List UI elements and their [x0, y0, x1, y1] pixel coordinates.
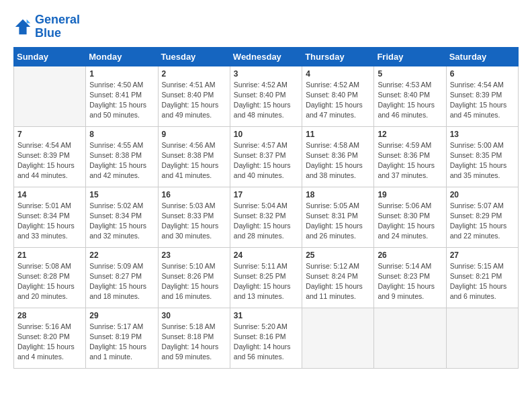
- calendar-cell: 23Sunrise: 5:10 AM Sunset: 8:26 PM Dayli…: [158, 247, 230, 308]
- day-info: Sunrise: 4:53 AM Sunset: 8:40 PM Dayligh…: [378, 80, 442, 121]
- logo-icon: [13, 17, 32, 36]
- day-info: Sunrise: 4:51 AM Sunset: 8:40 PM Dayligh…: [162, 80, 226, 121]
- day-info: Sunrise: 4:55 AM Sunset: 8:38 PM Dayligh…: [89, 140, 154, 181]
- day-info: Sunrise: 4:59 AM Sunset: 8:36 PM Dayligh…: [378, 140, 442, 181]
- calendar-cell: 26Sunrise: 5:14 AM Sunset: 8:23 PM Dayli…: [374, 247, 446, 308]
- calendar-cell: 4Sunrise: 4:52 AM Sunset: 8:40 PM Daylig…: [302, 66, 374, 126]
- day-number: 29: [89, 311, 154, 320]
- day-info: Sunrise: 5:20 AM Sunset: 8:16 PM Dayligh…: [234, 322, 298, 363]
- calendar-cell: [374, 308, 446, 368]
- day-number: 3: [234, 69, 298, 79]
- day-info: Sunrise: 5:15 AM Sunset: 8:21 PM Dayligh…: [450, 261, 515, 302]
- day-number: 18: [306, 190, 370, 199]
- day-info: Sunrise: 5:14 AM Sunset: 8:23 PM Dayligh…: [378, 261, 442, 302]
- logo: General Blue: [13, 13, 80, 40]
- calendar-cell: 19Sunrise: 5:06 AM Sunset: 8:30 PM Dayli…: [374, 187, 446, 247]
- calendar-cell: [14, 66, 86, 126]
- day-number: 24: [234, 250, 298, 260]
- calendar-cell: 18Sunrise: 5:05 AM Sunset: 8:31 PM Dayli…: [302, 187, 374, 247]
- day-number: 15: [89, 190, 154, 199]
- day-info: Sunrise: 5:06 AM Sunset: 8:30 PM Dayligh…: [378, 201, 442, 242]
- day-number: 1: [89, 69, 154, 79]
- day-info: Sunrise: 5:18 AM Sunset: 8:18 PM Dayligh…: [162, 322, 226, 363]
- day-info: Sunrise: 4:57 AM Sunset: 8:37 PM Dayligh…: [234, 140, 298, 181]
- day-info: Sunrise: 5:03 AM Sunset: 8:33 PM Dayligh…: [162, 201, 226, 242]
- calendar-cell: 10Sunrise: 4:57 AM Sunset: 8:37 PM Dayli…: [230, 126, 302, 187]
- day-number: 4: [306, 69, 370, 79]
- calendar-cell: 7Sunrise: 4:54 AM Sunset: 8:39 PM Daylig…: [14, 126, 86, 187]
- day-info: Sunrise: 5:16 AM Sunset: 8:20 PM Dayligh…: [17, 322, 82, 363]
- calendar-cell: 5Sunrise: 4:53 AM Sunset: 8:40 PM Daylig…: [374, 66, 446, 126]
- day-info: Sunrise: 4:58 AM Sunset: 8:36 PM Dayligh…: [306, 140, 370, 181]
- day-header-tuesday: Tuesday: [158, 47, 230, 66]
- day-header-wednesday: Wednesday: [230, 47, 302, 66]
- calendar-cell: 16Sunrise: 5:03 AM Sunset: 8:33 PM Dayli…: [158, 187, 230, 247]
- page-header: General Blue: [13, 13, 519, 40]
- day-header-thursday: Thursday: [302, 47, 374, 66]
- calendar-cell: 14Sunrise: 5:01 AM Sunset: 8:34 PM Dayli…: [14, 187, 86, 247]
- day-info: Sunrise: 5:00 AM Sunset: 8:35 PM Dayligh…: [450, 140, 515, 181]
- day-info: Sunrise: 5:07 AM Sunset: 8:29 PM Dayligh…: [450, 201, 515, 242]
- calendar-cell: 15Sunrise: 5:02 AM Sunset: 8:34 PM Dayli…: [86, 187, 158, 247]
- calendar-cell: 20Sunrise: 5:07 AM Sunset: 8:29 PM Dayli…: [446, 187, 518, 247]
- day-info: Sunrise: 4:50 AM Sunset: 8:41 PM Dayligh…: [89, 80, 154, 121]
- day-info: Sunrise: 5:10 AM Sunset: 8:26 PM Dayligh…: [162, 261, 226, 302]
- day-info: Sunrise: 4:56 AM Sunset: 8:38 PM Dayligh…: [162, 140, 226, 181]
- day-number: 8: [89, 130, 154, 139]
- day-header-saturday: Saturday: [446, 47, 518, 66]
- day-number: 6: [450, 69, 515, 79]
- day-info: Sunrise: 4:52 AM Sunset: 8:40 PM Dayligh…: [306, 80, 370, 121]
- calendar-cell: 22Sunrise: 5:09 AM Sunset: 8:27 PM Dayli…: [86, 247, 158, 308]
- day-number: 2: [162, 69, 226, 79]
- calendar-cell: 31Sunrise: 5:20 AM Sunset: 8:16 PM Dayli…: [230, 308, 302, 368]
- day-number: 25: [306, 250, 370, 260]
- day-info: Sunrise: 4:54 AM Sunset: 8:39 PM Dayligh…: [17, 140, 82, 181]
- day-number: 16: [162, 190, 226, 199]
- day-number: 26: [378, 250, 442, 260]
- day-number: 22: [89, 250, 154, 260]
- calendar-cell: 6Sunrise: 4:54 AM Sunset: 8:39 PM Daylig…: [446, 66, 518, 126]
- calendar-cell: 11Sunrise: 4:58 AM Sunset: 8:36 PM Dayli…: [302, 126, 374, 187]
- day-info: Sunrise: 5:08 AM Sunset: 8:28 PM Dayligh…: [17, 261, 82, 302]
- calendar-cell: 25Sunrise: 5:12 AM Sunset: 8:24 PM Dayli…: [302, 247, 374, 308]
- calendar-cell: 2Sunrise: 4:51 AM Sunset: 8:40 PM Daylig…: [158, 66, 230, 126]
- day-header-friday: Friday: [374, 47, 446, 66]
- day-info: Sunrise: 5:02 AM Sunset: 8:34 PM Dayligh…: [89, 201, 154, 242]
- calendar-cell: 3Sunrise: 4:52 AM Sunset: 8:40 PM Daylig…: [230, 66, 302, 126]
- day-info: Sunrise: 4:54 AM Sunset: 8:39 PM Dayligh…: [450, 80, 515, 121]
- day-info: Sunrise: 4:52 AM Sunset: 8:40 PM Dayligh…: [234, 80, 298, 121]
- calendar-table: SundayMondayTuesdayWednesdayThursdayFrid…: [13, 47, 519, 369]
- calendar-cell: 27Sunrise: 5:15 AM Sunset: 8:21 PM Dayli…: [446, 247, 518, 308]
- calendar-cell: 12Sunrise: 4:59 AM Sunset: 8:36 PM Dayli…: [374, 126, 446, 187]
- day-info: Sunrise: 5:11 AM Sunset: 8:25 PM Dayligh…: [234, 261, 298, 302]
- calendar-cell: 1Sunrise: 4:50 AM Sunset: 8:41 PM Daylig…: [86, 66, 158, 126]
- day-number: 20: [450, 190, 515, 199]
- day-number: 19: [378, 190, 442, 199]
- day-number: 12: [378, 130, 442, 139]
- calendar-cell: 21Sunrise: 5:08 AM Sunset: 8:28 PM Dayli…: [14, 247, 86, 308]
- day-number: 11: [306, 130, 370, 139]
- calendar-cell: [446, 308, 518, 368]
- svg-marker-1: [27, 19, 31, 24]
- day-info: Sunrise: 5:12 AM Sunset: 8:24 PM Dayligh…: [306, 261, 370, 302]
- calendar-cell: [302, 308, 374, 368]
- day-number: 7: [17, 130, 82, 139]
- day-number: 31: [234, 311, 298, 320]
- day-number: 17: [234, 190, 298, 199]
- day-number: 10: [234, 130, 298, 139]
- calendar-cell: 8Sunrise: 4:55 AM Sunset: 8:38 PM Daylig…: [86, 126, 158, 187]
- day-info: Sunrise: 5:09 AM Sunset: 8:27 PM Dayligh…: [89, 261, 154, 302]
- day-info: Sunrise: 5:04 AM Sunset: 8:32 PM Dayligh…: [234, 201, 298, 242]
- day-info: Sunrise: 5:17 AM Sunset: 8:19 PM Dayligh…: [89, 322, 154, 363]
- day-number: 28: [17, 311, 82, 320]
- calendar-cell: 17Sunrise: 5:04 AM Sunset: 8:32 PM Dayli…: [230, 187, 302, 247]
- calendar-cell: 28Sunrise: 5:16 AM Sunset: 8:20 PM Dayli…: [14, 308, 86, 368]
- day-number: 27: [450, 250, 515, 260]
- day-header-monday: Monday: [86, 47, 158, 66]
- day-number: 9: [162, 130, 226, 139]
- day-header-sunday: Sunday: [14, 47, 86, 66]
- calendar-cell: 13Sunrise: 5:00 AM Sunset: 8:35 PM Dayli…: [446, 126, 518, 187]
- day-number: 13: [450, 130, 515, 139]
- day-info: Sunrise: 5:05 AM Sunset: 8:31 PM Dayligh…: [306, 201, 370, 242]
- calendar-cell: 9Sunrise: 4:56 AM Sunset: 8:38 PM Daylig…: [158, 126, 230, 187]
